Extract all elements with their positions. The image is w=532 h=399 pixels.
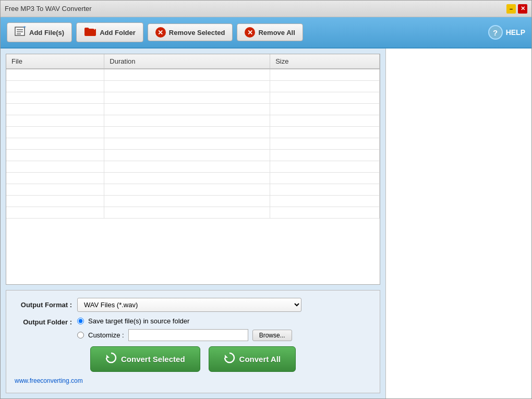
table-cell (6, 92, 104, 103)
output-format-label: Output Format : (15, 301, 72, 309)
table-row[interactable] (6, 115, 380, 126)
svg-text:+: + (23, 26, 26, 30)
table-row[interactable] (6, 69, 380, 80)
table-cell (270, 172, 380, 184)
table-cell (104, 138, 270, 149)
window-title: Free MP3 To WAV Converter (5, 5, 92, 13)
remove-selected-icon: ✕ (155, 27, 166, 38)
output-folder-label: Output Folder : (15, 317, 72, 326)
customize-row: Customize : Browse... (77, 329, 292, 341)
add-files-button[interactable]: + Add File(s) (7, 22, 72, 42)
col-size: Size (270, 54, 380, 69)
title-bar: Free MP3 To WAV Converter – ✕ (1, 1, 531, 17)
output-folder-row: Output Folder : Save target file(s) in s… (15, 317, 371, 341)
help-icon: ? (488, 25, 503, 40)
table-cell (270, 92, 380, 103)
add-files-label: Add File(s) (29, 29, 64, 37)
table-cell (270, 69, 380, 80)
table-cell (270, 161, 380, 172)
remove-all-button[interactable]: ✕ Remove All (237, 23, 303, 41)
table-row[interactable] (6, 103, 380, 115)
customize-radio[interactable] (77, 332, 84, 338)
table-cell (104, 207, 270, 218)
browse-button[interactable]: Browse... (252, 330, 292, 341)
remove-all-icon: ✕ (245, 27, 255, 38)
source-folder-row: Save target file(s) in source folder (77, 317, 292, 325)
table-cell (6, 161, 104, 172)
add-files-icon: + (15, 26, 26, 39)
convert-all-button[interactable]: Convert All (209, 346, 296, 372)
table-row[interactable] (6, 92, 380, 103)
remove-all-label: Remove All (258, 29, 295, 37)
right-panel (385, 49, 531, 398)
customize-label: Customize : (88, 331, 124, 339)
table-row[interactable] (6, 161, 380, 172)
source-folder-label: Save target file(s) in source folder (88, 317, 189, 325)
remove-selected-label: Remove Selected (169, 29, 225, 37)
table-cell (104, 149, 270, 161)
file-table-container[interactable]: File Duration Size (6, 54, 380, 285)
table-cell (270, 80, 380, 92)
main-content: File Duration Size Output Format : WAV F… (1, 49, 531, 398)
title-controls: – ✕ (506, 4, 527, 14)
table-cell (104, 92, 270, 103)
toolbar: + Add File(s) + Add Folder ✕ Remove Sele… (1, 17, 531, 49)
table-cell (270, 149, 380, 161)
settings-panel: Output Format : WAV Files (*.wav) MP3 Fi… (6, 290, 380, 393)
file-table: File Duration Size (6, 54, 380, 219)
source-folder-radio[interactable] (77, 318, 84, 324)
table-cell (104, 103, 270, 115)
table-cell (270, 138, 380, 149)
table-row[interactable] (6, 172, 380, 184)
folder-radio-group: Save target file(s) in source folder Cus… (77, 317, 292, 341)
format-select[interactable]: WAV Files (*.wav) MP3 Files (*.mp3) OGG … (77, 298, 301, 312)
table-cell (6, 126, 104, 138)
table-cell (104, 161, 270, 172)
table-row[interactable] (6, 80, 380, 92)
convert-selected-label: Convert Selected (121, 355, 185, 364)
table-cell (270, 103, 380, 115)
table-cell (6, 80, 104, 92)
website-link[interactable]: www.freeconverting.com (15, 376, 83, 385)
add-folder-button[interactable]: + Add Folder (76, 22, 143, 42)
remove-selected-button[interactable]: ✕ Remove Selected (148, 23, 233, 41)
minimize-button[interactable]: – (506, 4, 516, 14)
table-cell (104, 80, 270, 92)
table-cell (104, 115, 270, 126)
table-cell (270, 184, 380, 195)
close-button[interactable]: ✕ (518, 4, 527, 14)
table-cell (6, 207, 104, 218)
convert-selected-button[interactable]: Convert Selected (90, 346, 200, 372)
add-folder-label: Add Folder (100, 29, 136, 37)
convert-all-label: Convert All (239, 355, 281, 364)
convert-buttons-row: Convert Selected Convert All (15, 346, 371, 372)
footer-link-area: www.freeconverting.com (15, 376, 371, 385)
table-cell (104, 172, 270, 184)
help-label: HELP (506, 28, 525, 37)
table-row[interactable] (6, 195, 380, 207)
table-cell (6, 69, 104, 80)
output-format-row: Output Format : WAV Files (*.wav) MP3 Fi… (15, 298, 371, 312)
table-cell (104, 184, 270, 195)
table-header-row: File Duration Size (6, 54, 380, 69)
table-row[interactable] (6, 149, 380, 161)
table-cell (6, 138, 104, 149)
table-cell (6, 103, 104, 115)
file-table-body (6, 69, 380, 218)
table-row[interactable] (6, 126, 380, 138)
col-duration: Duration (104, 54, 270, 69)
customize-input[interactable] (128, 329, 248, 341)
table-cell (270, 207, 380, 218)
table-cell (270, 195, 380, 207)
table-cell (104, 195, 270, 207)
table-cell (270, 115, 380, 126)
col-file: File (6, 54, 104, 69)
table-cell (6, 115, 104, 126)
left-panel: File Duration Size Output Format : WAV F… (1, 49, 385, 398)
table-row[interactable] (6, 138, 380, 149)
table-row[interactable] (6, 184, 380, 195)
convert-selected-icon (105, 352, 117, 366)
table-cell (6, 172, 104, 184)
table-row[interactable] (6, 207, 380, 218)
help-button[interactable]: ? HELP (488, 25, 525, 40)
